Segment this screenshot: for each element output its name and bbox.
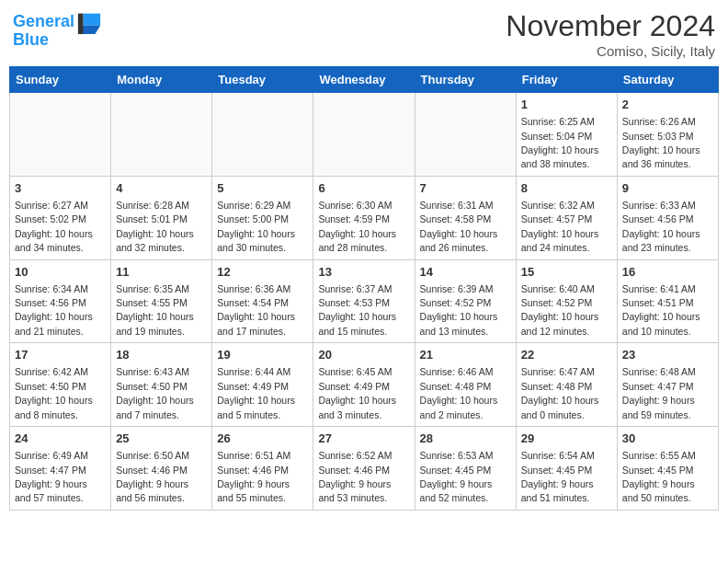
calendar-day-cell: 1Sunrise: 6:25 AM Sunset: 5:04 PM Daylig…	[516, 93, 617, 177]
day-info: Sunrise: 6:49 AM Sunset: 4:47 PM Dayligh…	[15, 450, 88, 503]
day-number: 14	[420, 264, 511, 281]
calendar-day-cell	[212, 93, 313, 177]
calendar-day-cell: 21Sunrise: 6:46 AM Sunset: 4:48 PM Dayli…	[415, 343, 516, 427]
day-number: 22	[521, 347, 612, 363]
day-info: Sunrise: 6:43 AM Sunset: 4:50 PM Dayligh…	[116, 366, 194, 419]
day-info: Sunrise: 6:52 AM Sunset: 4:46 PM Dayligh…	[318, 450, 392, 503]
day-number: 16	[622, 264, 713, 281]
calendar-day-cell: 17Sunrise: 6:42 AM Sunset: 4:50 PM Dayli…	[10, 343, 111, 427]
calendar-day-cell: 10Sunrise: 6:34 AM Sunset: 4:56 PM Dayli…	[10, 259, 111, 343]
day-number: 23	[622, 347, 713, 363]
day-info: Sunrise: 6:51 AM Sunset: 4:46 PM Dayligh…	[217, 450, 290, 503]
location-text: Comiso, Sicily, Italy	[506, 43, 715, 59]
calendar-day-cell: 2Sunrise: 6:26 AM Sunset: 5:03 PM Daylig…	[617, 93, 718, 177]
calendar-day-cell: 16Sunrise: 6:41 AM Sunset: 4:51 PM Dayli…	[617, 259, 718, 343]
day-number: 9	[622, 180, 713, 197]
svg-marker-2	[78, 14, 84, 34]
day-info: Sunrise: 6:37 AM Sunset: 4:53 PM Dayligh…	[318, 283, 396, 337]
day-info: Sunrise: 6:35 AM Sunset: 4:55 PM Dayligh…	[116, 283, 194, 337]
svg-marker-0	[84, 14, 101, 26]
logo-icon	[76, 9, 102, 35]
calendar-day-cell: 7Sunrise: 6:31 AM Sunset: 4:58 PM Daylig…	[415, 176, 516, 259]
day-number: 11	[116, 264, 207, 281]
weekday-header-row: SundayMondayTuesdayWednesdayThursdayFrid…	[10, 67, 719, 93]
day-number: 12	[217, 264, 308, 281]
calendar-week-2: 3Sunrise: 6:27 AM Sunset: 5:02 PM Daylig…	[10, 176, 719, 259]
day-number: 6	[318, 180, 409, 197]
calendar-day-cell: 30Sunrise: 6:55 AM Sunset: 4:45 PM Dayli…	[617, 427, 718, 511]
logo: General Blue	[13, 9, 102, 50]
weekday-header-sunday: Sunday	[10, 67, 111, 93]
day-info: Sunrise: 6:41 AM Sunset: 4:51 PM Dayligh…	[622, 283, 700, 337]
day-number: 15	[521, 264, 612, 281]
calendar-day-cell	[415, 93, 516, 177]
day-number: 30	[622, 431, 713, 447]
weekday-header-wednesday: Wednesday	[313, 67, 415, 93]
calendar-day-cell: 23Sunrise: 6:48 AM Sunset: 4:47 PM Dayli…	[617, 343, 718, 427]
calendar-day-cell: 25Sunrise: 6:50 AM Sunset: 4:46 PM Dayli…	[111, 427, 212, 511]
calendar-day-cell: 20Sunrise: 6:45 AM Sunset: 4:49 PM Dayli…	[313, 343, 415, 427]
day-number: 21	[420, 347, 511, 363]
calendar-week-3: 10Sunrise: 6:34 AM Sunset: 4:56 PM Dayli…	[10, 259, 719, 343]
calendar-day-cell: 13Sunrise: 6:37 AM Sunset: 4:53 PM Dayli…	[313, 259, 415, 343]
day-info: Sunrise: 6:25 AM Sunset: 5:04 PM Dayligh…	[521, 116, 599, 169]
calendar-day-cell: 3Sunrise: 6:27 AM Sunset: 5:02 PM Daylig…	[10, 176, 111, 259]
day-number: 3	[15, 180, 106, 197]
month-title: November 2024	[506, 9, 715, 43]
day-info: Sunrise: 6:44 AM Sunset: 4:49 PM Dayligh…	[217, 366, 295, 419]
day-info: Sunrise: 6:42 AM Sunset: 4:50 PM Dayligh…	[15, 366, 93, 419]
day-info: Sunrise: 6:45 AM Sunset: 4:49 PM Dayligh…	[318, 366, 396, 419]
page-header: General Blue November 2024 Comiso, Sicil…	[9, 9, 719, 59]
day-number: 25	[116, 431, 207, 447]
day-info: Sunrise: 6:50 AM Sunset: 4:46 PM Dayligh…	[116, 450, 189, 503]
day-info: Sunrise: 6:55 AM Sunset: 4:45 PM Dayligh…	[622, 450, 696, 503]
day-number: 10	[15, 264, 106, 281]
day-number: 5	[217, 180, 308, 197]
day-info: Sunrise: 6:30 AM Sunset: 4:59 PM Dayligh…	[318, 200, 396, 253]
calendar-day-cell: 5Sunrise: 6:29 AM Sunset: 5:00 PM Daylig…	[212, 176, 313, 259]
calendar-day-cell: 12Sunrise: 6:36 AM Sunset: 4:54 PM Dayli…	[212, 259, 313, 343]
calendar-day-cell: 9Sunrise: 6:33 AM Sunset: 4:56 PM Daylig…	[617, 176, 718, 259]
calendar-day-cell: 26Sunrise: 6:51 AM Sunset: 4:46 PM Dayli…	[212, 427, 313, 511]
day-info: Sunrise: 6:47 AM Sunset: 4:48 PM Dayligh…	[521, 366, 599, 419]
calendar-week-5: 24Sunrise: 6:49 AM Sunset: 4:47 PM Dayli…	[10, 427, 719, 511]
calendar-week-4: 17Sunrise: 6:42 AM Sunset: 4:50 PM Dayli…	[10, 343, 719, 427]
calendar-day-cell: 11Sunrise: 6:35 AM Sunset: 4:55 PM Dayli…	[111, 259, 212, 343]
calendar-day-cell	[313, 93, 415, 177]
day-number: 26	[217, 431, 308, 447]
day-info: Sunrise: 6:32 AM Sunset: 4:57 PM Dayligh…	[521, 200, 599, 253]
logo-text: General	[13, 13, 74, 31]
day-info: Sunrise: 6:39 AM Sunset: 4:52 PM Dayligh…	[420, 283, 498, 337]
day-number: 19	[217, 347, 308, 363]
day-number: 2	[622, 97, 713, 113]
calendar-day-cell	[111, 93, 212, 177]
weekday-header-tuesday: Tuesday	[212, 67, 313, 93]
calendar-day-cell: 29Sunrise: 6:54 AM Sunset: 4:45 PM Dayli…	[516, 427, 617, 511]
day-info: Sunrise: 6:40 AM Sunset: 4:52 PM Dayligh…	[521, 283, 599, 337]
day-number: 7	[420, 180, 511, 197]
weekday-header-saturday: Saturday	[617, 67, 718, 93]
day-info: Sunrise: 6:27 AM Sunset: 5:02 PM Dayligh…	[15, 200, 93, 253]
day-number: 28	[420, 431, 511, 447]
calendar-day-cell	[10, 93, 111, 177]
day-info: Sunrise: 6:48 AM Sunset: 4:47 PM Dayligh…	[622, 366, 696, 419]
calendar-day-cell: 8Sunrise: 6:32 AM Sunset: 4:57 PM Daylig…	[516, 176, 617, 259]
calendar-day-cell: 19Sunrise: 6:44 AM Sunset: 4:49 PM Dayli…	[212, 343, 313, 427]
day-number: 27	[318, 431, 409, 447]
title-block: November 2024 Comiso, Sicily, Italy	[506, 9, 715, 59]
calendar-day-cell: 22Sunrise: 6:47 AM Sunset: 4:48 PM Dayli…	[516, 343, 617, 427]
day-info: Sunrise: 6:46 AM Sunset: 4:48 PM Dayligh…	[420, 366, 498, 419]
calendar-day-cell: 4Sunrise: 6:28 AM Sunset: 5:01 PM Daylig…	[111, 176, 212, 259]
calendar-day-cell: 15Sunrise: 6:40 AM Sunset: 4:52 PM Dayli…	[516, 259, 617, 343]
day-number: 17	[15, 347, 106, 363]
day-number: 20	[318, 347, 409, 363]
day-info: Sunrise: 6:33 AM Sunset: 4:56 PM Dayligh…	[622, 200, 700, 253]
day-number: 4	[116, 180, 207, 197]
day-number: 24	[15, 431, 106, 447]
day-info: Sunrise: 6:53 AM Sunset: 4:45 PM Dayligh…	[420, 450, 494, 503]
day-info: Sunrise: 6:29 AM Sunset: 5:00 PM Dayligh…	[217, 200, 295, 253]
weekday-header-thursday: Thursday	[415, 67, 516, 93]
calendar-day-cell: 18Sunrise: 6:43 AM Sunset: 4:50 PM Dayli…	[111, 343, 212, 427]
day-number: 18	[116, 347, 207, 363]
day-info: Sunrise: 6:28 AM Sunset: 5:01 PM Dayligh…	[116, 200, 194, 253]
